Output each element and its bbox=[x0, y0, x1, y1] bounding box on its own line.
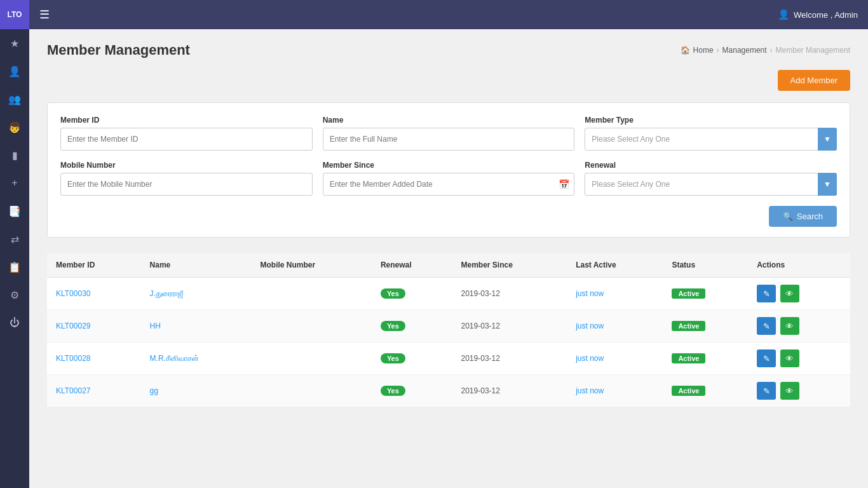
cell-mobile bbox=[252, 342, 372, 375]
member-id-link[interactable]: KLT00028 bbox=[56, 354, 91, 363]
add-member-button[interactable]: Add Member bbox=[778, 70, 850, 91]
sidebar-item-groups[interactable]: 👦 bbox=[0, 113, 29, 141]
col-member-since: Member Since bbox=[452, 253, 567, 278]
sidebar-item-settings[interactable]: ⚙ bbox=[0, 281, 29, 309]
renewal-badge: Yes bbox=[381, 353, 405, 363]
last-active-link[interactable]: just now bbox=[576, 354, 604, 363]
member-since-label: Member Since bbox=[323, 161, 575, 170]
table-row: KLT00030 J.துரைராஜீ Yes 2019-03-12 just … bbox=[47, 278, 850, 310]
col-actions: Actions bbox=[748, 253, 850, 278]
sidebar-item-notes[interactable]: 📋 bbox=[0, 253, 29, 281]
last-active-link[interactable]: just now bbox=[576, 386, 604, 395]
search-button[interactable]: 🔍 Search bbox=[769, 206, 837, 227]
sidebar-logo[interactable]: LTO bbox=[0, 0, 29, 29]
table-body: KLT00030 J.துரைராஜீ Yes 2019-03-12 just … bbox=[47, 278, 850, 407]
page-header: Member Management 🏠 Home › Management › … bbox=[47, 42, 850, 58]
cell-member-since: 2019-03-12 bbox=[452, 310, 567, 342]
topbar: ☰ 👤 Welcome , Admin bbox=[29, 0, 868, 29]
view-button[interactable]: 👁 bbox=[780, 285, 799, 302]
form-group-mobile: Mobile Number bbox=[60, 161, 313, 196]
sidebar-item-reports[interactable]: 📑 bbox=[0, 197, 29, 225]
last-active-link[interactable]: just now bbox=[576, 322, 604, 330]
form-group-member-type: Member Type Please Select Any One ▼ bbox=[585, 116, 837, 151]
table-row: KLT00029 HH Yes 2019-03-12 just now Acti… bbox=[47, 310, 850, 342]
form-group-renewal: Renewal Please Select Any One ▼ bbox=[585, 161, 837, 196]
member-name-link[interactable]: gg bbox=[150, 386, 158, 395]
cell-name: M.R.சீனிவாசன் bbox=[141, 342, 252, 375]
renewal-badge: Yes bbox=[381, 288, 405, 299]
search-icon: 🔍 bbox=[783, 212, 793, 221]
member-name-link[interactable]: J.துரைராஜீ bbox=[150, 289, 183, 298]
sidebar-item-add-member[interactable]: + bbox=[0, 169, 29, 197]
cell-last-active: just now bbox=[567, 375, 663, 407]
cell-member-id: KLT00028 bbox=[47, 342, 141, 375]
status-badge: Active bbox=[672, 321, 705, 331]
cell-member-since: 2019-03-12 bbox=[452, 278, 567, 310]
view-button[interactable]: 👁 bbox=[780, 382, 799, 400]
col-renewal: Renewal bbox=[372, 253, 452, 278]
sidebar-item-logout[interactable]: ⏻ bbox=[0, 309, 29, 337]
member-id-input[interactable] bbox=[60, 128, 313, 151]
cell-actions: ✎ 👁 bbox=[748, 310, 850, 342]
breadcrumb-current: Member Management bbox=[776, 46, 850, 55]
member-since-input[interactable] bbox=[323, 173, 575, 196]
members-table: Member ID Name Mobile Number Renewal Mem… bbox=[47, 253, 850, 407]
sidebar-item-users[interactable]: 👤 bbox=[0, 57, 29, 85]
last-active-link[interactable]: just now bbox=[576, 289, 604, 298]
breadcrumb-home[interactable]: Home bbox=[693, 46, 714, 55]
edit-button[interactable]: ✎ bbox=[757, 349, 776, 367]
cell-renewal: Yes bbox=[372, 375, 452, 407]
breadcrumb-sep-2: › bbox=[770, 46, 773, 55]
renewal-badge: Yes bbox=[381, 321, 405, 331]
member-id-link[interactable]: KLT00030 bbox=[56, 289, 91, 298]
table-row: KLT00028 M.R.சீனிவாசன் Yes 2019-03-12 ju… bbox=[47, 342, 850, 375]
sidebar-item-dashboard[interactable]: ★ bbox=[0, 29, 29, 57]
cell-member-id: KLT00030 bbox=[47, 278, 141, 310]
topbar-right: 👤 Welcome , Admin bbox=[778, 9, 858, 20]
form-group-member-id: Member ID bbox=[60, 116, 313, 151]
cell-actions: ✎ 👁 bbox=[748, 375, 850, 407]
view-button[interactable]: 👁 bbox=[780, 349, 799, 367]
cell-member-since: 2019-03-12 bbox=[452, 342, 567, 375]
status-badge: Active bbox=[672, 386, 705, 396]
member-id-link[interactable]: KLT00027 bbox=[56, 386, 91, 395]
cell-renewal: Yes bbox=[372, 310, 452, 342]
edit-button[interactable]: ✎ bbox=[757, 382, 776, 400]
cell-actions: ✎ 👁 bbox=[748, 278, 850, 310]
cell-status: Active bbox=[663, 342, 748, 375]
cell-member-id: KLT00027 bbox=[47, 375, 141, 407]
cell-name: gg bbox=[141, 375, 252, 407]
col-last-active: Last Active bbox=[567, 253, 663, 278]
form-group-name: Name bbox=[323, 116, 575, 151]
name-input[interactable] bbox=[323, 128, 575, 151]
table-header-row: Member ID Name Mobile Number Renewal Mem… bbox=[47, 253, 850, 278]
member-id-link[interactable]: KLT00029 bbox=[56, 322, 91, 330]
renewal-select[interactable]: Please Select Any One bbox=[585, 173, 837, 196]
form-group-member-since: Member Since 📅 bbox=[323, 161, 575, 196]
content-area: Member Management 🏠 Home › Management › … bbox=[29, 29, 868, 488]
search-btn-row: 🔍 Search bbox=[60, 206, 837, 227]
welcome-text: Welcome , Admin bbox=[794, 10, 858, 20]
col-member-id: Member ID bbox=[47, 253, 141, 278]
view-button[interactable]: 👁 bbox=[780, 317, 799, 335]
cell-name: J.துரைராஜீ bbox=[141, 278, 252, 310]
sidebar: LTO ★ 👤 👥 👦 ▮ + 📑 ⇄ 📋 ⚙ ⏻ bbox=[0, 0, 29, 488]
cell-status: Active bbox=[663, 375, 748, 407]
cell-mobile bbox=[252, 310, 372, 342]
member-type-select[interactable]: Please Select Any One bbox=[585, 128, 837, 151]
menu-toggle-icon[interactable]: ☰ bbox=[39, 8, 50, 22]
member-name-link[interactable]: M.R.சீனிவாசன் bbox=[150, 354, 199, 363]
sidebar-item-transfer[interactable]: ⇄ bbox=[0, 225, 29, 253]
mobile-input[interactable] bbox=[60, 173, 313, 196]
status-badge: Active bbox=[672, 288, 705, 299]
member-id-label: Member ID bbox=[60, 116, 313, 125]
sidebar-item-cards[interactable]: ▮ bbox=[0, 141, 29, 169]
edit-button[interactable]: ✎ bbox=[757, 317, 776, 335]
edit-button[interactable]: ✎ bbox=[757, 285, 776, 302]
sidebar-item-members[interactable]: 👥 bbox=[0, 85, 29, 113]
members-table-container: Member ID Name Mobile Number Renewal Mem… bbox=[47, 253, 850, 407]
breadcrumb-management[interactable]: Management bbox=[722, 46, 767, 55]
breadcrumb: 🏠 Home › Management › Member Management bbox=[681, 46, 850, 55]
col-name: Name bbox=[141, 253, 252, 278]
member-name-link[interactable]: HH bbox=[150, 322, 161, 330]
